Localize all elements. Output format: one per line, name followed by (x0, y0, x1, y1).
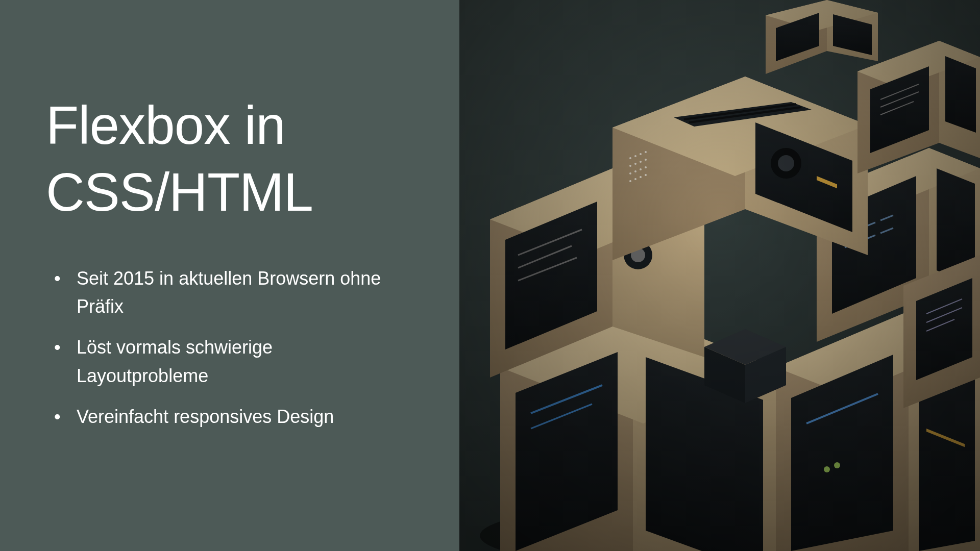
bullet-item: Löst vormals schwierige Layoutprobleme (51, 333, 398, 390)
bullet-item: Seit 2015 in aktuellen Browsern ohne Prä… (51, 264, 398, 321)
slide-title: Flexbox in CSS/HTML (46, 92, 419, 226)
stacked-boxes-icon (459, 0, 980, 551)
bullet-item: Vereinfacht responsives Design (51, 403, 398, 431)
image-panel (459, 0, 980, 551)
text-panel: Flexbox in CSS/HTML Seit 2015 in aktuell… (0, 0, 459, 551)
svg-rect-84 (459, 0, 980, 551)
bullet-list: Seit 2015 in aktuellen Browsern ohne Prä… (46, 264, 419, 431)
